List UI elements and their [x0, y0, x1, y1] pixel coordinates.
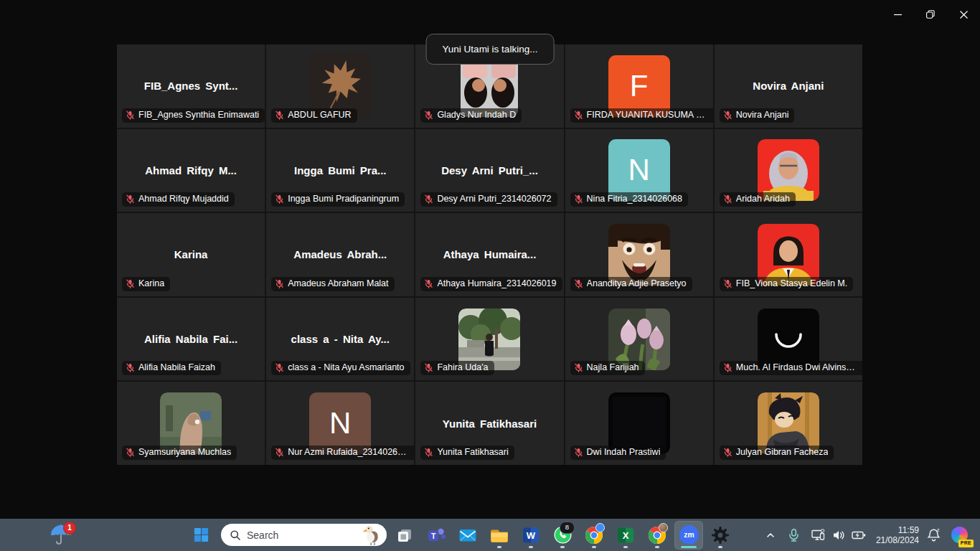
tray-clock[interactable]: 11:59 21/08/2024: [876, 525, 919, 545]
running-indicator: [529, 546, 533, 548]
muted-mic-icon: [723, 279, 732, 288]
running-indicator: [718, 546, 722, 548]
participant-label-text: FIRDA YUANITA KUSUMA WA...: [587, 110, 710, 121]
participant-tile[interactable]: ABDUL GAFUR: [266, 44, 414, 128]
taskbar-mail-button[interactable]: [453, 521, 482, 550]
minimize-button[interactable]: [881, 0, 914, 29]
taskbar-word-button[interactable]: W: [517, 521, 545, 550]
participant-name-overlay: FIB_Agnes Synt...: [140, 80, 242, 92]
taskbar-chrome-profile-button[interactable]: [643, 521, 672, 550]
participant-label: FIB_Agnes Synthia Enimawati: [122, 108, 265, 123]
mail-icon: [458, 526, 477, 545]
participant-label: Ahmad Rifqy Mujaddid: [122, 192, 235, 207]
taskbar-settings-button[interactable]: [706, 521, 735, 550]
participant-label-text: class a - Nita Ayu Asmarianto: [288, 362, 404, 373]
participant-tile[interactable]: class a - Nita Ay... class a - Nita Ayu …: [266, 298, 414, 381]
close-button[interactable]: [947, 0, 980, 29]
widgets-button[interactable]: 1: [44, 521, 77, 550]
participant-label: Nina Fitria_2314026068: [570, 192, 688, 207]
participant-tile[interactable]: N Nina Fitria_2314026068: [565, 129, 713, 212]
muted-mic-icon: [424, 363, 433, 372]
settings-icon: [711, 526, 730, 545]
participant-tile[interactable]: Desy Arni Putri_... Desy Arni Putri_2314…: [415, 129, 563, 212]
participant-tile[interactable]: Karina Karina: [117, 213, 265, 296]
participant-label: Fahira Uda'a: [420, 361, 494, 375]
excel-icon: X: [616, 526, 635, 545]
participant-tile[interactable]: Ananditya Adjie Prasetyo: [565, 213, 713, 296]
participant-label-text: Much. Al Firdaus Dwi Alvinsya...: [736, 362, 859, 373]
minimize-icon: [894, 11, 902, 19]
participant-tile[interactable]: Amadeus Abrah... Amadeus Abraham Malat: [266, 213, 414, 296]
running-indicator: [592, 546, 596, 548]
participant-label-text: Ingga Bumi Pradipaningrum: [288, 194, 399, 204]
network-icon[interactable]: [811, 529, 826, 542]
notification-bell-icon[interactable]: z: [926, 527, 941, 542]
participant-tile[interactable]: Alifia Nabila Fai... Alifia Nabila Faiza…: [117, 298, 265, 381]
participant-tile[interactable]: Ingga Bumi Pra... Ingga Bumi Pradipaning…: [266, 129, 414, 212]
participant-name-overlay: Ingga Bumi Pra...: [290, 164, 391, 176]
battery-charging-icon[interactable]: [852, 530, 866, 540]
participant-name-overlay: class a - Nita Ay...: [287, 333, 394, 345]
muted-mic-icon: [275, 110, 284, 120]
muted-mic-icon: [126, 279, 135, 288]
search-input[interactable]: Search: [221, 524, 387, 546]
muted-mic-icon: [723, 448, 732, 457]
muted-mic-icon: [275, 279, 284, 288]
muted-mic-icon: [126, 194, 135, 204]
muted-mic-icon: [424, 110, 433, 120]
muted-mic-icon: [275, 194, 284, 204]
running-indicator: [681, 546, 697, 548]
start-button[interactable]: [185, 521, 217, 550]
search-highlight-bird-icon[interactable]: [362, 524, 384, 546]
participant-name-overlay: Desy Arni Putri_...: [437, 164, 542, 176]
tray-microphone-icon[interactable]: [788, 529, 800, 542]
muted-mic-icon: [424, 279, 433, 288]
participant-name-overlay: Athaya Humaira...: [439, 248, 541, 260]
participant-tile[interactable]: FIB_Viona Stasya Edelin M.: [715, 213, 862, 296]
taskbar-teams-button[interactable]: T: [422, 521, 451, 550]
participant-tile[interactable]: Yunita Fatikhasari Yunita Fatikhasari: [415, 382, 563, 465]
chrome-extension-badge: [595, 523, 605, 532]
participant-tile[interactable]: Fahira Uda'a: [415, 298, 563, 381]
volume-icon[interactable]: [832, 529, 845, 541]
participant-label: FIRDA YUANITA KUSUMA WA...: [570, 108, 713, 123]
copilot-button[interactable]: PRE: [951, 527, 969, 544]
chrome-icon: [585, 526, 603, 545]
taskbar-zoom-button[interactable]: zm: [674, 521, 703, 550]
participant-tile[interactable]: Julyan Gibran Facheza: [715, 382, 862, 465]
participant-tile[interactable]: Athaya Humaira... Athaya Humaira_2314026…: [415, 213, 563, 296]
participant-tile[interactable]: Ahmad Rifqy M... Ahmad Rifqy Mujaddid: [117, 129, 265, 212]
participant-tile[interactable]: N Nur Azmi Rufaida_2314026041: [266, 382, 414, 465]
copilot-pre-badge: PRE: [958, 540, 974, 547]
participant-tile[interactable]: Syamsuriyana Muchlas: [117, 382, 265, 465]
participant-name-overlay: Alifia Nabila Fai...: [140, 333, 242, 345]
participant-label: FIB_Viona Stasya Edelin M.: [720, 277, 853, 291]
participants-grid: FIB_Agnes Synt... FIB_Agnes Synthia Enim…: [117, 44, 862, 465]
participant-tile[interactable]: F FIRDA YUANITA KUSUMA WA...: [565, 44, 713, 128]
running-indicator: [655, 546, 659, 548]
taskbar-excel-button[interactable]: X: [611, 521, 640, 550]
restore-button[interactable]: [914, 0, 947, 29]
participant-tile[interactable]: Aridah Aridah: [715, 129, 862, 212]
tray-chevron-up-icon[interactable]: [765, 529, 776, 541]
muted-mic-icon: [275, 448, 284, 457]
taskbar-whatsapp-button[interactable]: 8: [548, 521, 577, 550]
participant-tile[interactable]: Dwi Indah Prastiwi: [565, 382, 713, 465]
participant-tile[interactable]: FIB_Agnes Synt... FIB_Agnes Synthia Enim…: [117, 44, 265, 128]
muted-mic-icon: [723, 110, 732, 120]
file-explorer-icon: [490, 526, 509, 545]
talking-banner-text: Yuni Utami is talking...: [443, 44, 538, 55]
participant-tile[interactable]: Novira Anjani Novira Anjani: [715, 44, 862, 128]
participant-tile[interactable]: Much. Al Firdaus Dwi Alvinsya...: [715, 298, 862, 381]
participant-name-overlay: Yunita Fatikhasari: [438, 418, 541, 430]
taskbar-chrome-button[interactable]: [580, 521, 608, 550]
muted-mic-icon: [275, 363, 284, 372]
participant-label: class a - Nita Ayu Asmarianto: [271, 361, 410, 375]
muted-mic-icon: [574, 279, 583, 288]
participant-label-text: Ananditya Adjie Prasetyo: [587, 278, 687, 289]
muted-mic-icon: [126, 448, 135, 457]
taskbar-task-view-button[interactable]: [390, 521, 419, 550]
participant-label: Nur Azmi Rufaida_2314026041: [271, 446, 414, 460]
participant-tile[interactable]: Najla Farijiah: [565, 298, 713, 381]
taskbar-file-explorer-button[interactable]: [485, 521, 514, 550]
